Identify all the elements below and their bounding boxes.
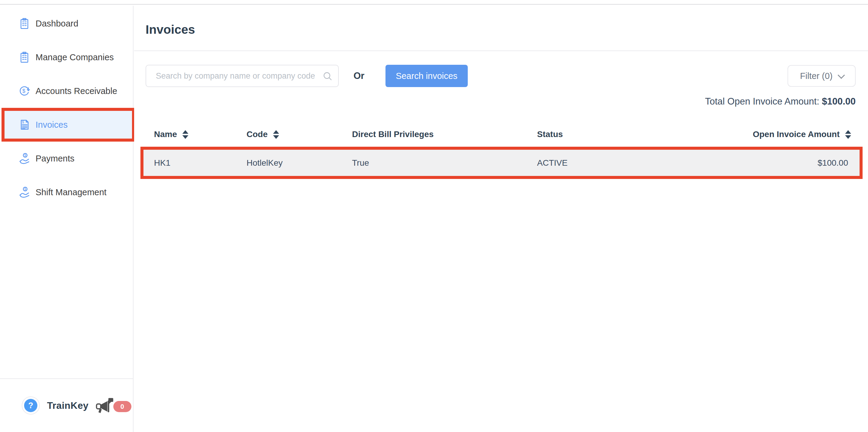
column-header-status: Status <box>537 130 718 139</box>
companies-icon <box>18 51 31 64</box>
svg-text:$: $ <box>24 153 26 157</box>
svg-text:$: $ <box>22 120 24 124</box>
column-header-name[interactable]: Name <box>144 130 247 139</box>
cell-status: ACTIVE <box>537 158 718 168</box>
sidebar-item-manage-companies[interactable]: Manage Companies <box>0 40 133 74</box>
total-open-invoice-amount: Total Open Invoice Amount: $100.00 <box>705 96 856 107</box>
sidebar-item-label: Payments <box>36 154 74 164</box>
sidebar-item-label: Accounts Receivable <box>36 86 117 96</box>
shift-management-icon: $ <box>18 186 31 199</box>
search-invoices-button[interactable]: Search invoices <box>385 65 468 87</box>
cell-direct-bill-privileges: True <box>352 158 537 168</box>
filter-button[interactable]: Filter (0) <box>787 65 856 87</box>
column-header-open-invoice-amount[interactable]: Open Invoice Amount <box>718 130 863 139</box>
svg-text:$: $ <box>22 88 25 94</box>
sidebar-nav: Dashboard Manage Companies $ Accounts Re… <box>0 7 133 209</box>
or-label: Or <box>353 65 364 87</box>
company-search-input[interactable] <box>146 65 339 87</box>
svg-text:$: $ <box>24 187 26 191</box>
title-divider <box>134 50 868 51</box>
invoices-icon: $ <box>18 119 31 131</box>
chevron-down-icon <box>838 71 845 79</box>
brand-logo: TrainKey <box>47 400 89 411</box>
top-border <box>0 0 868 5</box>
accounts-receivable-icon: $ <box>18 85 31 97</box>
announcements-widget[interactable]: 0 <box>96 394 131 417</box>
notification-badge: 0 <box>113 401 131 412</box>
cell-code: HotlelKey <box>247 158 352 168</box>
column-header-direct-bill-privileges: Direct Bill Privileges <box>352 130 537 139</box>
sidebar-item-label: Dashboard <box>36 19 79 29</box>
sidebar-item-label: Manage Companies <box>36 53 114 62</box>
sidebar-item-accounts-receivable[interactable]: $ Accounts Receivable <box>0 74 133 108</box>
help-icon: ? <box>24 399 37 412</box>
table-row[interactable]: HK1 HotlelKey True ACTIVE $100.00 <box>144 150 860 176</box>
filter-label: Filter (0) <box>800 71 833 81</box>
sidebar-item-label: Invoices <box>36 120 67 130</box>
sidebar-footer: ? TrainKey 0 <box>0 378 133 432</box>
table-header: Name Code Direct Bill Privileges Status … <box>144 127 863 142</box>
megaphone-icon <box>96 398 114 415</box>
sidebar-item-label: Shift Management <box>36 188 106 197</box>
total-label: Total Open Invoice Amount: <box>705 96 819 107</box>
invoice-row-annotation: HK1 HotlelKey True ACTIVE $100.00 <box>141 147 863 179</box>
sort-icon[interactable] <box>845 130 851 139</box>
column-header-code[interactable]: Code <box>247 130 352 139</box>
cell-name: HK1 <box>144 158 247 168</box>
sort-icon[interactable] <box>182 130 188 139</box>
sidebar-item-dashboard[interactable]: Dashboard <box>0 7 133 40</box>
sidebar: Dashboard Manage Companies $ Accounts Re… <box>0 6 133 432</box>
cell-open-invoice-amount: $100.00 <box>718 158 860 168</box>
sidebar-item-invoices[interactable]: $ Invoices <box>1 108 135 142</box>
sidebar-item-payments[interactable]: $ Payments <box>0 142 133 175</box>
help-button[interactable]: ? <box>22 396 40 414</box>
main-content: Invoices Or Search invoices Filter (0) T… <box>134 6 868 432</box>
invoices-page: Dashboard Manage Companies $ Accounts Re… <box>0 0 868 432</box>
total-value: $100.00 <box>822 96 856 107</box>
page-title: Invoices <box>146 23 195 37</box>
sort-icon[interactable] <box>273 130 279 139</box>
payments-icon: $ <box>18 152 31 165</box>
sidebar-item-shift-management[interactable]: $ Shift Management <box>0 175 133 209</box>
dashboard-icon <box>18 17 31 30</box>
